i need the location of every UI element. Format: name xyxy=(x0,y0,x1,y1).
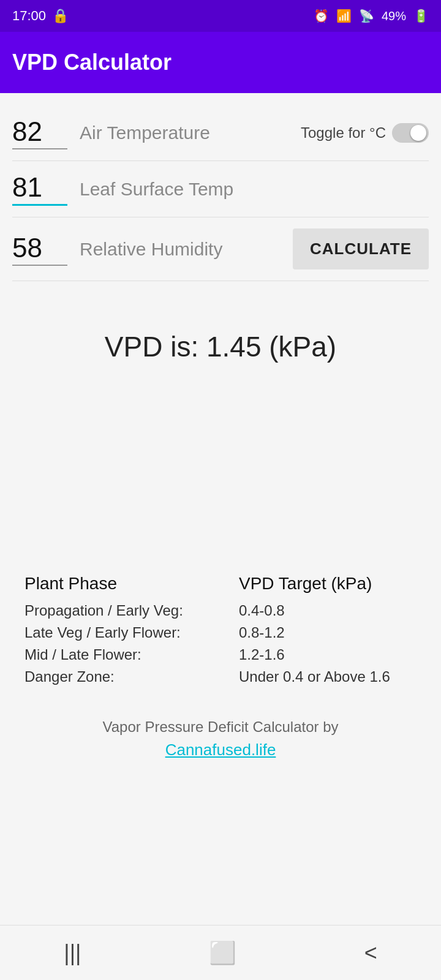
nav-recents[interactable]: ||| xyxy=(64,940,81,966)
wifi-icon: 📶 xyxy=(336,9,352,23)
ref-row-2: Mid / Late Flower: 1.2-1.6 xyxy=(24,644,417,666)
app-header: VPD Calculator xyxy=(0,32,441,93)
ref-phase-2: Mid / Late Flower: xyxy=(24,646,233,663)
ref-phase-3: Danger Zone: xyxy=(24,668,233,685)
ref-vpd-1: 0.8-1.2 xyxy=(239,624,417,641)
signal-icon: 📡 xyxy=(359,9,374,23)
footer-text: Vapor Pressure Deficit Calculator by xyxy=(102,718,338,735)
humidity-input[interactable] xyxy=(12,233,67,266)
vpd-result: VPD is: 1.45 (kPa) xyxy=(12,281,429,400)
footer: Vapor Pressure Deficit Calculator by Can… xyxy=(12,700,429,769)
ref-vpd-2: 1.2-1.6 xyxy=(239,646,417,663)
leaf-temp-label: Leaf Surface Temp xyxy=(80,179,429,200)
status-bar: 17:00 🔒 ⏰ 📶 📡 49% 🔋 xyxy=(0,0,441,32)
battery-icon: 🔋 xyxy=(413,9,429,23)
footer-link[interactable]: Cannafused.life xyxy=(24,741,417,760)
leaf-temp-input[interactable] xyxy=(12,172,67,206)
ref-row-1: Late Veg / Early Flower: 0.8-1.2 xyxy=(24,622,417,644)
nav-bar: ||| ⬜ < xyxy=(0,925,441,980)
status-right: ⏰ 📶 📡 49% 🔋 xyxy=(314,9,429,23)
air-temp-row: Air Temperature Toggle for °C xyxy=(12,105,429,160)
nav-back[interactable]: < xyxy=(364,940,377,966)
alarm-icon: ⏰ xyxy=(314,9,329,23)
ref-row-0: Propagation / Early Veg: 0.4-0.8 xyxy=(24,600,417,622)
ref-row-3: Danger Zone: Under 0.4 or Above 1.6 xyxy=(24,666,417,688)
toggle-label: Toggle for °C xyxy=(301,124,386,141)
air-temp-input[interactable] xyxy=(12,116,67,149)
nav-home[interactable]: ⬜ xyxy=(209,940,236,966)
humidity-row: Relative Humidity CALCULATE xyxy=(12,217,429,281)
main-content: Air Temperature Toggle for °C Leaf Surfa… xyxy=(0,93,441,925)
spacer xyxy=(12,400,429,559)
ref-header-row: Plant Phase VPD Target (kPa) xyxy=(24,571,417,600)
ref-vpd-0: 0.4-0.8 xyxy=(239,602,417,619)
app-title: VPD Calculator xyxy=(12,50,172,75)
ref-vpd-header: VPD Target (kPa) xyxy=(239,574,417,597)
battery-percent: 49% xyxy=(382,9,406,23)
calculate-button[interactable]: CALCULATE xyxy=(293,228,429,270)
ref-phase-1: Late Veg / Early Flower: xyxy=(24,624,233,641)
status-left: 17:00 🔒 xyxy=(12,8,69,24)
ref-phase-0: Propagation / Early Veg: xyxy=(24,602,233,619)
ref-phase-header: Plant Phase xyxy=(24,574,233,597)
humidity-label: Relative Humidity xyxy=(80,239,281,260)
air-temp-label: Air Temperature xyxy=(80,123,288,143)
ref-vpd-3: Under 0.4 or Above 1.6 xyxy=(239,668,417,685)
reference-table: Plant Phase VPD Target (kPa) Propagation… xyxy=(12,559,429,700)
lock-icon: 🔒 xyxy=(52,8,69,24)
leaf-temp-row: Leaf Surface Temp xyxy=(12,161,429,217)
status-time: 17:00 xyxy=(12,8,46,24)
celsius-toggle-container: Toggle for °C xyxy=(301,123,429,143)
celsius-toggle[interactable] xyxy=(392,123,429,143)
